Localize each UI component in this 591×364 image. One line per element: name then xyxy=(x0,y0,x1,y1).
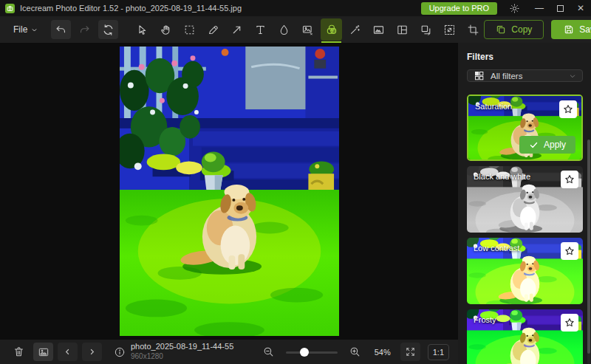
settings-gear-icon[interactable] xyxy=(509,3,520,14)
tool-arrow[interactable] xyxy=(226,18,247,41)
star-icon xyxy=(564,245,575,257)
upgrade-to-pro-button[interactable]: Upgrade to PRO xyxy=(421,2,497,15)
file-menu[interactable]: File xyxy=(7,21,44,38)
favorite-star-button[interactable] xyxy=(559,100,577,118)
copy-icon xyxy=(496,24,506,35)
checkmark-icon xyxy=(529,140,539,150)
gallery-icon xyxy=(38,346,49,358)
statusbar: photo_2025-08-19_11-44-55 960x1280 xyxy=(0,340,458,364)
tool-text[interactable] xyxy=(250,18,271,41)
info-icon[interactable] xyxy=(114,346,126,358)
star-icon xyxy=(564,174,575,185)
save-button-label: Save xyxy=(579,24,591,35)
favorite-star-button[interactable] xyxy=(561,171,578,188)
next-image-button[interactable] xyxy=(82,343,102,361)
undo-button[interactable] xyxy=(51,20,71,39)
redo-icon xyxy=(78,24,91,36)
content-area: photo_2025-08-19_11-44-55 960x1280 xyxy=(0,43,591,364)
trash-icon xyxy=(13,346,25,358)
filter-card-saturation[interactable]: Saturation Apply xyxy=(467,95,583,161)
rotate-icon xyxy=(102,24,115,36)
favorite-star-button[interactable] xyxy=(561,314,578,332)
titlebar: Icecream Photo Editor 1.52 - photo_2025-… xyxy=(0,0,591,16)
filter-name-label: Frosty xyxy=(474,315,496,324)
sidebar-scrollbar-thumb[interactable] xyxy=(587,140,590,354)
file-meta: photo_2025-08-19_11-44-55 960x1280 xyxy=(131,342,233,361)
maximize-icon xyxy=(557,5,564,12)
dropdown-selected-value: All filters xyxy=(491,72,563,80)
minimize-button[interactable]: — xyxy=(529,0,550,16)
copy-button-label: Copy xyxy=(511,24,532,35)
window-title: Icecream Photo Editor 1.52 - photo_2025-… xyxy=(20,4,242,13)
favorite-star-button[interactable] xyxy=(561,242,578,260)
tool-blur[interactable] xyxy=(273,18,295,41)
chevron-down-icon xyxy=(31,27,38,33)
select-area-icon xyxy=(183,24,196,36)
arrow-icon xyxy=(230,24,243,36)
filter-card-black-and-white[interactable]: Black and white xyxy=(467,166,583,233)
canvas-area xyxy=(0,43,458,340)
filter-name-label: Low contrast xyxy=(474,244,519,253)
zoom-slider-track xyxy=(286,351,338,354)
star-icon xyxy=(562,103,574,115)
app-logo-icon xyxy=(5,4,15,13)
redo-button[interactable] xyxy=(75,20,95,39)
tool-insert-image[interactable] xyxy=(297,18,318,41)
tool-filters[interactable] xyxy=(321,18,342,41)
tools-group xyxy=(131,18,484,41)
filter-card-low-contrast[interactable]: Low contrast xyxy=(467,238,583,304)
crop-icon xyxy=(467,24,479,36)
duplicate-icon xyxy=(420,24,432,36)
zoom-slider-knob[interactable] xyxy=(300,348,309,357)
filter-card-frosty[interactable]: Frosty xyxy=(467,309,583,364)
delete-image-button[interactable] xyxy=(9,343,29,361)
zoom-out-button[interactable] xyxy=(259,343,279,361)
zoom-slider[interactable] xyxy=(286,348,338,357)
sidebar-title: Filters xyxy=(467,52,583,62)
tool-duplicate[interactable] xyxy=(415,18,437,41)
pointer-icon xyxy=(136,24,148,36)
droplet-icon xyxy=(278,24,290,36)
insert-image-icon xyxy=(301,24,314,36)
collage-grid-icon xyxy=(396,24,409,36)
image-dimensions: 960x1280 xyxy=(131,352,233,362)
tool-pointer[interactable] xyxy=(131,18,153,41)
action-buttons: Copy Save xyxy=(484,20,591,39)
tool-select-area[interactable] xyxy=(179,18,200,41)
frame-icon xyxy=(372,24,385,36)
filters-icon xyxy=(325,23,338,36)
tool-hand[interactable] xyxy=(155,18,177,41)
filter-name-label: Black and white xyxy=(474,172,530,181)
pencil-icon xyxy=(207,24,219,36)
app-window: Icecream Photo Editor 1.52 - photo_2025-… xyxy=(0,0,591,364)
text-icon xyxy=(254,24,267,36)
edited-photo[interactable] xyxy=(120,47,339,336)
editor-column: photo_2025-08-19_11-44-55 960x1280 xyxy=(0,43,458,364)
apply-filter-button[interactable]: Apply xyxy=(519,136,575,154)
tool-frame[interactable] xyxy=(368,18,389,41)
tool-retouch[interactable] xyxy=(344,18,366,41)
current-filename: photo_2025-08-19_11-44-55 xyxy=(131,342,233,352)
previous-image-button[interactable] xyxy=(58,343,78,361)
all-filters-grid-icon xyxy=(474,70,485,81)
save-button[interactable]: Save xyxy=(551,20,591,39)
rotate-button[interactable] xyxy=(98,20,118,39)
tool-resize[interactable] xyxy=(439,18,460,41)
tool-pencil[interactable] xyxy=(202,18,224,41)
maximize-button[interactable] xyxy=(550,0,570,16)
close-button[interactable]: ✕ xyxy=(570,0,591,16)
gallery-button[interactable] xyxy=(33,343,53,361)
sidebar-scrollbar xyxy=(587,140,590,364)
copy-button[interactable]: Copy xyxy=(484,20,544,39)
actual-size-button[interactable]: 1:1 xyxy=(428,344,449,360)
zoom-in-button[interactable] xyxy=(345,343,365,361)
tool-crop[interactable] xyxy=(462,18,484,41)
image-info: photo_2025-08-19_11-44-55 960x1280 xyxy=(114,342,233,361)
fit-screen-button[interactable] xyxy=(400,343,420,361)
filter-category-dropdown[interactable]: All filters xyxy=(467,69,583,82)
tool-collage[interactable] xyxy=(392,18,413,41)
undo-icon xyxy=(55,24,67,36)
file-menu-label: File xyxy=(13,24,27,35)
filter-name-label: Saturation xyxy=(475,102,512,111)
filters-sidebar: Filters All filters Saturation Apply xyxy=(458,43,591,364)
